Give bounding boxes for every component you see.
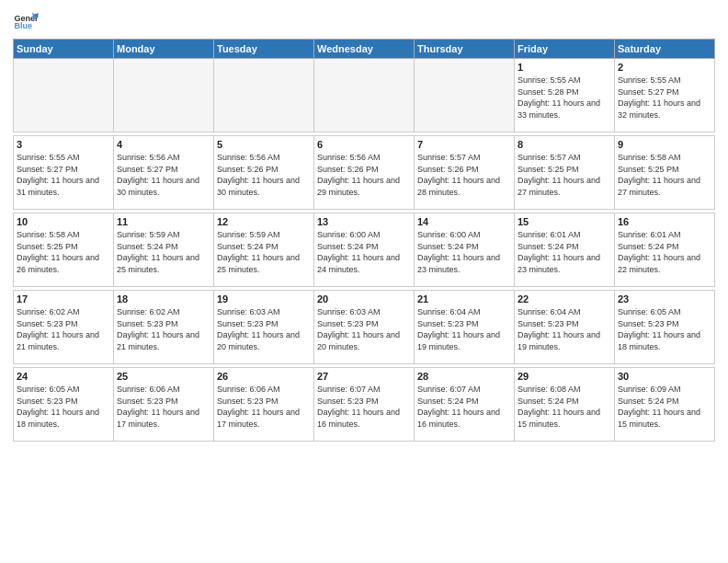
week-row-3: 10Sunrise: 5:58 AMSunset: 5:25 PMDayligh… xyxy=(14,213,715,287)
calendar: SundayMondayTuesdayWednesdayThursdayFrid… xyxy=(13,39,715,442)
day-cell-12: 12Sunrise: 5:59 AMSunset: 5:24 PMDayligh… xyxy=(214,213,314,287)
day-cell-23: 23Sunrise: 6:05 AMSunset: 5:23 PMDayligh… xyxy=(615,291,715,364)
empty-cell xyxy=(114,59,214,132)
day-number: 23 xyxy=(618,293,711,304)
day-number: 28 xyxy=(417,371,511,382)
day-info: Sunrise: 6:03 AMSunset: 5:23 PMDaylight:… xyxy=(317,306,411,352)
day-cell-30: 30Sunrise: 6:09 AMSunset: 5:24 PMDayligh… xyxy=(615,368,715,442)
weekday-header-tuesday: Tuesday xyxy=(214,40,314,59)
day-number: 8 xyxy=(518,139,611,150)
day-cell-8: 8Sunrise: 5:57 AMSunset: 5:25 PMDaylight… xyxy=(515,136,615,210)
weekday-header-saturday: Saturday xyxy=(615,40,715,59)
day-number: 24 xyxy=(17,371,110,382)
day-info: Sunrise: 6:04 AMSunset: 5:23 PMDaylight:… xyxy=(417,306,511,352)
day-cell-6: 6Sunrise: 5:56 AMSunset: 5:26 PMDaylight… xyxy=(314,136,415,210)
day-info: Sunrise: 5:57 AMSunset: 5:26 PMDaylight:… xyxy=(417,152,511,198)
day-cell-9: 9Sunrise: 5:58 AMSunset: 5:25 PMDaylight… xyxy=(615,136,715,210)
day-number: 20 xyxy=(317,293,411,304)
day-cell-19: 19Sunrise: 6:03 AMSunset: 5:23 PMDayligh… xyxy=(214,291,314,364)
day-info: Sunrise: 6:06 AMSunset: 5:23 PMDaylight:… xyxy=(117,384,210,430)
empty-cell xyxy=(14,59,114,132)
day-info: Sunrise: 6:06 AMSunset: 5:23 PMDaylight:… xyxy=(217,384,311,430)
weekday-header-wednesday: Wednesday xyxy=(314,40,415,59)
day-info: Sunrise: 5:59 AMSunset: 5:24 PMDaylight:… xyxy=(217,229,311,275)
week-row-1: 1Sunrise: 5:55 AMSunset: 5:28 PMDaylight… xyxy=(14,59,715,132)
day-number: 3 xyxy=(17,139,110,150)
day-info: Sunrise: 6:00 AMSunset: 5:24 PMDaylight:… xyxy=(417,229,511,275)
weekday-header-row: SundayMondayTuesdayWednesdayThursdayFrid… xyxy=(14,40,715,59)
empty-cell xyxy=(314,59,415,132)
week-row-5: 24Sunrise: 6:05 AMSunset: 5:23 PMDayligh… xyxy=(14,368,715,442)
day-info: Sunrise: 6:07 AMSunset: 5:23 PMDaylight:… xyxy=(317,384,411,430)
day-cell-1: 1Sunrise: 5:55 AMSunset: 5:28 PMDaylight… xyxy=(515,59,615,132)
day-cell-22: 22Sunrise: 6:04 AMSunset: 5:23 PMDayligh… xyxy=(515,291,615,364)
day-number: 14 xyxy=(417,216,511,227)
day-number: 13 xyxy=(317,216,411,227)
day-number: 29 xyxy=(518,371,611,382)
day-info: Sunrise: 6:02 AMSunset: 5:23 PMDaylight:… xyxy=(17,306,110,352)
day-number: 9 xyxy=(618,139,711,150)
day-info: Sunrise: 6:05 AMSunset: 5:23 PMDaylight:… xyxy=(17,384,110,430)
day-number: 12 xyxy=(217,216,311,227)
day-info: Sunrise: 5:55 AMSunset: 5:27 PMDaylight:… xyxy=(17,152,110,198)
day-cell-2: 2Sunrise: 5:55 AMSunset: 5:27 PMDaylight… xyxy=(615,59,715,132)
day-number: 21 xyxy=(417,293,511,304)
header: General Blue xyxy=(13,9,715,35)
day-info: Sunrise: 5:56 AMSunset: 5:26 PMDaylight:… xyxy=(317,152,411,198)
svg-text:Blue: Blue xyxy=(14,21,32,30)
day-number: 1 xyxy=(518,62,611,73)
day-cell-13: 13Sunrise: 6:00 AMSunset: 5:24 PMDayligh… xyxy=(314,213,415,287)
empty-cell xyxy=(214,59,314,132)
day-info: Sunrise: 6:03 AMSunset: 5:23 PMDaylight:… xyxy=(217,306,311,352)
day-info: Sunrise: 6:09 AMSunset: 5:24 PMDaylight:… xyxy=(618,384,711,430)
day-info: Sunrise: 5:55 AMSunset: 5:27 PMDaylight:… xyxy=(618,75,711,121)
day-info: Sunrise: 5:56 AMSunset: 5:27 PMDaylight:… xyxy=(117,152,210,198)
empty-cell xyxy=(415,59,515,132)
weekday-header-monday: Monday xyxy=(114,40,214,59)
day-cell-17: 17Sunrise: 6:02 AMSunset: 5:23 PMDayligh… xyxy=(14,291,114,364)
day-cell-18: 18Sunrise: 6:02 AMSunset: 5:23 PMDayligh… xyxy=(114,291,214,364)
day-cell-4: 4Sunrise: 5:56 AMSunset: 5:27 PMDaylight… xyxy=(114,136,214,210)
day-info: Sunrise: 5:58 AMSunset: 5:25 PMDaylight:… xyxy=(618,152,711,198)
day-info: Sunrise: 5:55 AMSunset: 5:28 PMDaylight:… xyxy=(518,75,611,121)
day-cell-10: 10Sunrise: 5:58 AMSunset: 5:25 PMDayligh… xyxy=(14,213,114,287)
day-number: 27 xyxy=(317,371,411,382)
day-cell-3: 3Sunrise: 5:55 AMSunset: 5:27 PMDaylight… xyxy=(14,136,114,210)
day-number: 7 xyxy=(417,139,511,150)
day-number: 17 xyxy=(17,293,110,304)
day-number: 6 xyxy=(317,139,411,150)
day-number: 10 xyxy=(17,216,110,227)
day-info: Sunrise: 6:01 AMSunset: 5:24 PMDaylight:… xyxy=(518,229,611,275)
day-cell-28: 28Sunrise: 6:07 AMSunset: 5:24 PMDayligh… xyxy=(415,368,515,442)
day-info: Sunrise: 6:00 AMSunset: 5:24 PMDaylight:… xyxy=(317,229,411,275)
day-number: 30 xyxy=(618,371,711,382)
day-number: 16 xyxy=(618,216,711,227)
week-row-2: 3Sunrise: 5:55 AMSunset: 5:27 PMDaylight… xyxy=(14,136,715,210)
day-number: 5 xyxy=(217,139,311,150)
day-info: Sunrise: 5:56 AMSunset: 5:26 PMDaylight:… xyxy=(217,152,311,198)
day-info: Sunrise: 6:04 AMSunset: 5:23 PMDaylight:… xyxy=(518,306,611,352)
weekday-header-friday: Friday xyxy=(515,40,615,59)
day-cell-21: 21Sunrise: 6:04 AMSunset: 5:23 PMDayligh… xyxy=(415,291,515,364)
day-info: Sunrise: 6:05 AMSunset: 5:23 PMDaylight:… xyxy=(618,306,711,352)
day-number: 4 xyxy=(117,139,210,150)
day-info: Sunrise: 6:02 AMSunset: 5:23 PMDaylight:… xyxy=(117,306,210,352)
day-info: Sunrise: 5:57 AMSunset: 5:25 PMDaylight:… xyxy=(518,152,611,198)
day-number: 26 xyxy=(217,371,311,382)
day-cell-11: 11Sunrise: 5:59 AMSunset: 5:24 PMDayligh… xyxy=(114,213,214,287)
weekday-header-sunday: Sunday xyxy=(14,40,114,59)
weekday-header-thursday: Thursday xyxy=(415,40,515,59)
day-cell-25: 25Sunrise: 6:06 AMSunset: 5:23 PMDayligh… xyxy=(114,368,214,442)
day-cell-5: 5Sunrise: 5:56 AMSunset: 5:26 PMDaylight… xyxy=(214,136,314,210)
day-number: 22 xyxy=(518,293,611,304)
day-cell-7: 7Sunrise: 5:57 AMSunset: 5:26 PMDaylight… xyxy=(415,136,515,210)
day-info: Sunrise: 5:58 AMSunset: 5:25 PMDaylight:… xyxy=(17,229,110,275)
day-cell-27: 27Sunrise: 6:07 AMSunset: 5:23 PMDayligh… xyxy=(314,368,415,442)
logo: General Blue xyxy=(13,9,39,35)
day-cell-29: 29Sunrise: 6:08 AMSunset: 5:24 PMDayligh… xyxy=(515,368,615,442)
day-cell-20: 20Sunrise: 6:03 AMSunset: 5:23 PMDayligh… xyxy=(314,291,415,364)
day-number: 19 xyxy=(217,293,311,304)
week-row-4: 17Sunrise: 6:02 AMSunset: 5:23 PMDayligh… xyxy=(14,291,715,364)
day-info: Sunrise: 6:07 AMSunset: 5:24 PMDaylight:… xyxy=(417,384,511,430)
day-number: 2 xyxy=(618,62,711,73)
